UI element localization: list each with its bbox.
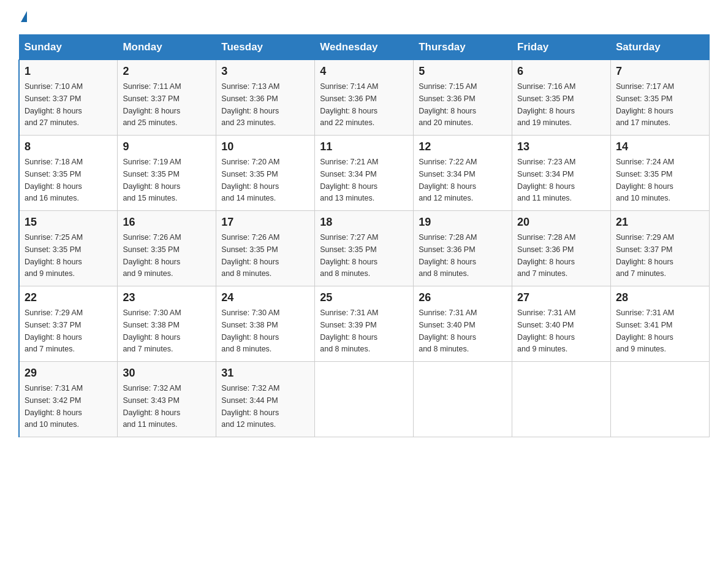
day-info: Sunrise: 7:31 AMSunset: 3:41 PMDaylight:… — [616, 308, 674, 353]
day-info: Sunrise: 7:20 AMSunset: 3:35 PMDaylight:… — [221, 158, 279, 202]
calendar-cell: 24Sunrise: 7:30 AMSunset: 3:38 PMDayligh… — [216, 286, 315, 362]
day-info: Sunrise: 7:19 AMSunset: 3:35 PMDaylight:… — [123, 158, 181, 202]
day-number: 3 — [221, 65, 309, 78]
day-number: 7 — [616, 65, 704, 78]
calendar-cell: 18Sunrise: 7:27 AMSunset: 3:35 PMDayligh… — [315, 211, 414, 286]
calendar-week-1: 1Sunrise: 7:10 AMSunset: 3:37 PMDaylight… — [19, 60, 710, 136]
calendar-cell: 22Sunrise: 7:29 AMSunset: 3:37 PMDayligh… — [19, 286, 118, 362]
day-number: 19 — [419, 216, 507, 229]
day-number: 31 — [221, 367, 309, 380]
day-number: 22 — [25, 291, 112, 304]
day-number: 26 — [419, 291, 507, 304]
calendar-cell: 12Sunrise: 7:22 AMSunset: 3:34 PMDayligh… — [414, 136, 512, 211]
calendar-cell: 31Sunrise: 7:32 AMSunset: 3:44 PMDayligh… — [216, 362, 315, 437]
day-number: 13 — [517, 140, 605, 153]
day-number: 18 — [320, 216, 408, 229]
day-info: Sunrise: 7:31 AMSunset: 3:40 PMDaylight:… — [419, 308, 477, 353]
calendar-cell: 2Sunrise: 7:11 AMSunset: 3:37 PMDaylight… — [118, 60, 216, 136]
day-number: 30 — [123, 367, 211, 380]
calendar-cell: 15Sunrise: 7:25 AMSunset: 3:35 PMDayligh… — [19, 211, 118, 286]
calendar-cell: 28Sunrise: 7:31 AMSunset: 3:41 PMDayligh… — [611, 286, 710, 362]
header-tuesday: Tuesday — [216, 35, 315, 60]
calendar-table: Sunday Monday Tuesday Wednesday Thursday… — [18, 34, 710, 437]
day-info: Sunrise: 7:30 AMSunset: 3:38 PMDaylight:… — [221, 308, 279, 353]
header-row: Sunday Monday Tuesday Wednesday Thursday… — [19, 35, 710, 60]
day-number: 6 — [517, 65, 605, 78]
day-number: 16 — [123, 216, 211, 229]
day-number: 29 — [25, 367, 112, 380]
header-friday: Friday — [512, 35, 611, 60]
calendar-cell: 10Sunrise: 7:20 AMSunset: 3:35 PMDayligh… — [216, 136, 315, 211]
calendar-cell: 30Sunrise: 7:32 AMSunset: 3:43 PMDayligh… — [118, 362, 216, 437]
calendar-cell: 13Sunrise: 7:23 AMSunset: 3:34 PMDayligh… — [512, 136, 611, 211]
calendar-cell — [512, 362, 611, 437]
day-number: 14 — [616, 140, 704, 153]
header-sunday: Sunday — [19, 35, 118, 60]
header-thursday: Thursday — [414, 35, 512, 60]
day-number: 11 — [320, 140, 408, 153]
day-info: Sunrise: 7:16 AMSunset: 3:35 PMDaylight:… — [517, 82, 575, 127]
calendar-cell — [611, 362, 710, 437]
calendar-cell: 4Sunrise: 7:14 AMSunset: 3:36 PMDaylight… — [315, 60, 414, 136]
day-number: 15 — [25, 216, 112, 229]
day-info: Sunrise: 7:23 AMSunset: 3:34 PMDaylight:… — [517, 158, 575, 202]
day-info: Sunrise: 7:17 AMSunset: 3:35 PMDaylight:… — [616, 82, 674, 127]
day-number: 5 — [419, 65, 507, 78]
calendar-cell: 17Sunrise: 7:26 AMSunset: 3:35 PMDayligh… — [216, 211, 315, 286]
day-number: 23 — [123, 291, 211, 304]
day-info: Sunrise: 7:24 AMSunset: 3:35 PMDaylight:… — [616, 158, 674, 202]
day-info: Sunrise: 7:28 AMSunset: 3:36 PMDaylight:… — [517, 233, 575, 278]
day-number: 4 — [320, 65, 408, 78]
calendar-cell: 5Sunrise: 7:15 AMSunset: 3:36 PMDaylight… — [414, 60, 512, 136]
day-info: Sunrise: 7:26 AMSunset: 3:35 PMDaylight:… — [123, 233, 181, 278]
day-number: 12 — [419, 140, 507, 153]
day-number: 17 — [221, 216, 309, 229]
calendar-cell: 7Sunrise: 7:17 AMSunset: 3:35 PMDaylight… — [611, 60, 710, 136]
header-monday: Monday — [118, 35, 216, 60]
calendar-cell: 20Sunrise: 7:28 AMSunset: 3:36 PMDayligh… — [512, 211, 611, 286]
calendar-week-2: 8Sunrise: 7:18 AMSunset: 3:35 PMDaylight… — [19, 136, 710, 211]
day-info: Sunrise: 7:25 AMSunset: 3:35 PMDaylight:… — [25, 233, 83, 278]
day-number: 28 — [616, 291, 704, 304]
day-info: Sunrise: 7:22 AMSunset: 3:34 PMDaylight:… — [419, 158, 477, 202]
calendar-week-5: 29Sunrise: 7:31 AMSunset: 3:42 PMDayligh… — [19, 362, 710, 437]
day-info: Sunrise: 7:31 AMSunset: 3:42 PMDaylight:… — [25, 384, 83, 429]
day-info: Sunrise: 7:31 AMSunset: 3:39 PMDaylight:… — [320, 308, 378, 353]
calendar-cell — [414, 362, 512, 437]
day-number: 8 — [25, 140, 112, 153]
calendar-cell: 21Sunrise: 7:29 AMSunset: 3:37 PMDayligh… — [611, 211, 710, 286]
day-info: Sunrise: 7:15 AMSunset: 3:36 PMDaylight:… — [419, 82, 477, 127]
day-info: Sunrise: 7:13 AMSunset: 3:36 PMDaylight:… — [221, 82, 279, 127]
day-info: Sunrise: 7:11 AMSunset: 3:37 PMDaylight:… — [123, 82, 181, 127]
header-saturday: Saturday — [611, 35, 710, 60]
day-info: Sunrise: 7:27 AMSunset: 3:35 PMDaylight:… — [320, 233, 378, 278]
day-info: Sunrise: 7:14 AMSunset: 3:36 PMDaylight:… — [320, 82, 378, 127]
day-info: Sunrise: 7:30 AMSunset: 3:38 PMDaylight:… — [123, 308, 181, 353]
calendar-cell: 3Sunrise: 7:13 AMSunset: 3:36 PMDaylight… — [216, 60, 315, 136]
calendar-cell: 11Sunrise: 7:21 AMSunset: 3:34 PMDayligh… — [315, 136, 414, 211]
day-info: Sunrise: 7:32 AMSunset: 3:43 PMDaylight:… — [123, 384, 181, 429]
calendar-cell: 29Sunrise: 7:31 AMSunset: 3:42 PMDayligh… — [19, 362, 118, 437]
day-number: 25 — [320, 291, 408, 304]
day-info: Sunrise: 7:21 AMSunset: 3:34 PMDaylight:… — [320, 158, 378, 202]
calendar-cell: 25Sunrise: 7:31 AMSunset: 3:39 PMDayligh… — [315, 286, 414, 362]
day-number: 10 — [221, 140, 309, 153]
calendar-cell: 9Sunrise: 7:19 AMSunset: 3:35 PMDaylight… — [118, 136, 216, 211]
day-number: 20 — [517, 216, 605, 229]
calendar-cell: 6Sunrise: 7:16 AMSunset: 3:35 PMDaylight… — [512, 60, 611, 136]
page-header — [18, 12, 710, 23]
calendar-cell — [315, 362, 414, 437]
header-wednesday: Wednesday — [315, 35, 414, 60]
calendar-cell: 1Sunrise: 7:10 AMSunset: 3:37 PMDaylight… — [19, 60, 118, 136]
day-info: Sunrise: 7:29 AMSunset: 3:37 PMDaylight:… — [616, 233, 674, 278]
day-info: Sunrise: 7:32 AMSunset: 3:44 PMDaylight:… — [221, 384, 279, 429]
logo-triangle-icon — [21, 11, 27, 22]
calendar-week-4: 22Sunrise: 7:29 AMSunset: 3:37 PMDayligh… — [19, 286, 710, 362]
day-number: 2 — [123, 65, 211, 78]
calendar-cell: 16Sunrise: 7:26 AMSunset: 3:35 PMDayligh… — [118, 211, 216, 286]
logo — [18, 12, 27, 23]
day-info: Sunrise: 7:26 AMSunset: 3:35 PMDaylight:… — [221, 233, 279, 278]
day-number: 24 — [221, 291, 309, 304]
day-number: 9 — [123, 140, 211, 153]
day-number: 27 — [517, 291, 605, 304]
